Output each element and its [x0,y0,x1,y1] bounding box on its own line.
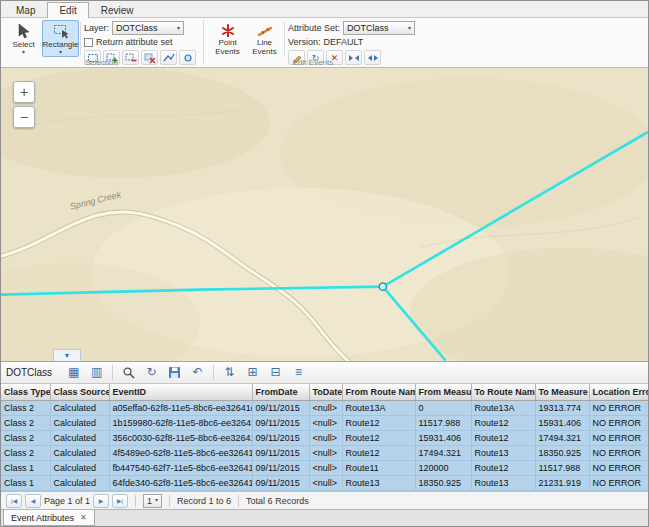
table-cell[interactable]: 09/11/2015 [252,416,309,431]
page-number-input[interactable]: 1 ▾ [143,494,162,508]
table-cell[interactable]: Class 2 [1,401,50,416]
refresh-records-button[interactable]: ↻ [141,363,162,382]
table-cell[interactable]: 356c0030-62f8-11e5-8bc6-ee32641d5ec9 [109,431,252,446]
prev-page-button[interactable]: ◀ [25,494,41,508]
table-cell[interactable]: 64fde340-62f8-11e5-8bc6-ee32641d5ec9 [109,476,252,491]
column-header[interactable]: To Route Name [471,384,535,401]
table-cell[interactable]: Route12 [342,416,415,431]
column-header[interactable]: Class Source [50,384,109,401]
column-header[interactable]: FromDate [252,384,309,401]
table-cell[interactable]: 21231.919 [535,476,589,491]
table-cell[interactable]: NO ERROR [589,431,649,446]
table-cell[interactable]: 09/11/2015 [252,401,309,416]
table-cell[interactable]: Route13 [471,446,535,461]
next-page-button[interactable]: ▶ [93,494,109,508]
table-cell[interactable]: NO ERROR [589,461,649,476]
table-cell[interactable]: NO ERROR [589,476,649,491]
column-header[interactable]: To Measure [535,384,589,401]
first-page-button[interactable]: |◀ [6,494,22,508]
table-cell[interactable]: Route12 [471,416,535,431]
table-cell[interactable]: NO ERROR [589,446,649,461]
table-cell[interactable]: 15931.406 [535,416,589,431]
zoom-out-button[interactable]: − [13,106,35,128]
form-view-button[interactable]: ▥ [86,363,107,382]
table-cell[interactable]: <null> [309,461,342,476]
table-cell[interactable]: Route13A [342,401,415,416]
table-cell[interactable]: Calculated [50,431,109,446]
table-cell[interactable]: 18350.925 [535,446,589,461]
table-cell[interactable]: 4f5489e0-62f8-11e5-8bc6-ee32641d5ec9 [109,446,252,461]
last-page-button[interactable]: ▶| [112,494,128,508]
table-cell[interactable]: Class 2 [1,446,50,461]
table-cell[interactable]: <null> [309,446,342,461]
table-cell[interactable]: 09/11/2015 [252,431,309,446]
table-cell[interactable]: 1b159980-62f8-11e5-8bc6-ee32641d5ec9 [109,416,252,431]
table-cell[interactable]: <null> [309,416,342,431]
column-header[interactable]: Location Error [589,384,649,401]
table-cell[interactable]: fb447540-62f7-11e5-8bc6-ee32641d5ec9 [109,461,252,476]
table-cell[interactable]: 19313.774 [535,401,589,416]
zoom-to-record-button[interactable] [118,363,139,382]
table-cell[interactable]: 18350.925 [415,476,471,491]
tab-map[interactable]: Map [4,2,47,17]
table-row[interactable]: Class 2Calculated4f5489e0-62f8-11e5-8bc6… [1,446,649,461]
panel-options-button[interactable]: ≡ [288,363,309,382]
remove-record-button[interactable]: ⊟ [265,363,286,382]
table-view-button[interactable]: ▦ [63,363,84,382]
table-cell[interactable]: Calculated [50,446,109,461]
table-cell[interactable]: Route13A [471,401,535,416]
column-header[interactable]: Class Type [1,384,50,401]
line-events-button[interactable]: Line Events [246,20,283,57]
table-row[interactable]: Class 2Calculated356c0030-62f8-11e5-8bc6… [1,431,649,446]
table-cell[interactable]: 120000 [415,461,471,476]
table-cell[interactable]: Route11 [342,461,415,476]
zoom-in-button[interactable]: + [13,81,35,103]
table-cell[interactable]: 17494.321 [535,431,589,446]
table-cell[interactable]: <null> [309,476,342,491]
table-cell[interactable]: Route12 [342,446,415,461]
table-cell[interactable]: 15931.406 [415,431,471,446]
column-header[interactable]: EventID [109,384,252,401]
layer-select[interactable]: DOTClass ▾ [112,21,184,35]
table-cell[interactable]: Calculated [50,401,109,416]
rectangle-select-tool-button[interactable]: Rectangle ▾ [42,20,79,57]
table-cell[interactable]: NO ERROR [589,401,649,416]
table-cell[interactable]: Route13 [471,476,535,491]
close-tab-icon[interactable]: ✕ [80,513,87,522]
table-cell[interactable]: <null> [309,431,342,446]
tab-review[interactable]: Review [89,2,146,17]
table-cell[interactable]: Class 2 [1,431,50,446]
table-cell[interactable]: Calculated [50,461,109,476]
table-cell[interactable]: 0 [415,401,471,416]
table-cell[interactable]: 17494.321 [415,446,471,461]
table-cell[interactable]: Calculated [50,416,109,431]
table-cell[interactable]: Class 1 [1,461,50,476]
table-cell[interactable]: <null> [309,401,342,416]
save-edits-button[interactable] [164,363,185,382]
event-attributes-tab[interactable]: Event Attributes ✕ [3,510,95,526]
point-events-button[interactable]: Point Events [209,20,246,57]
column-header[interactable]: From Route Name [342,384,415,401]
sort-records-button[interactable]: ⇅ [219,363,240,382]
column-header[interactable]: ToDate [309,384,342,401]
table-cell[interactable]: 09/11/2015 [252,476,309,491]
table-cell[interactable]: Route13 [342,476,415,491]
table-cell[interactable]: Calculated [50,476,109,491]
table-cell[interactable]: 09/11/2015 [252,446,309,461]
attribute-set-select[interactable]: DOTClass ▾ [343,21,415,35]
table-cell[interactable]: 09/11/2015 [252,461,309,476]
column-header[interactable]: From Measure [415,384,471,401]
collapse-panel-button[interactable]: ▼ [53,349,81,361]
table-cell[interactable]: 11517.988 [415,416,471,431]
table-cell[interactable]: Route12 [471,431,535,446]
select-tool-button[interactable]: Select ▾ [5,20,42,57]
table-row[interactable]: Class 2Calculated1b159980-62f8-11e5-8bc6… [1,416,649,431]
table-row[interactable]: Class 1Calculatedfb447540-62f7-11e5-8bc6… [1,461,649,476]
tab-edit[interactable]: Edit [47,2,88,18]
table-cell[interactable]: NO ERROR [589,416,649,431]
table-row[interactable]: Class 1Calculated64fde340-62f8-11e5-8bc6… [1,476,649,491]
map-viewport[interactable]: Spring Creek + − ▼ [1,68,648,361]
table-row[interactable]: Class 2Calculateda05effa0-62f8-11e5-8bc6… [1,401,649,416]
add-record-button[interactable]: ⊞ [242,363,263,382]
table-cell[interactable]: Class 1 [1,476,50,491]
